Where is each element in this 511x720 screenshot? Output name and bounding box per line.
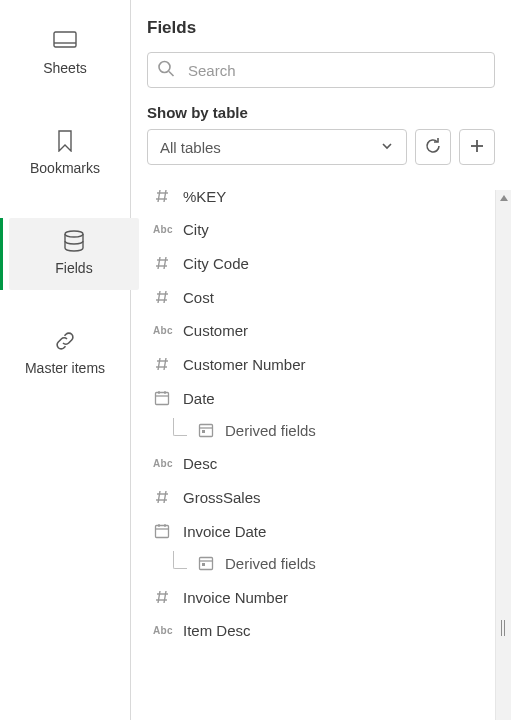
field-row[interactable]: AbcDesc [147,447,495,480]
field-label: Date [183,390,215,407]
nav-bookmarks-label: Bookmarks [30,160,100,176]
svg-line-33 [164,491,166,503]
left-nav: Sheets Bookmarks Fields Master items [0,0,131,720]
numeric-type-icon [153,588,171,606]
svg-marker-45 [500,195,508,201]
link-icon [52,330,78,352]
search-input[interactable] [147,52,495,88]
derived-label: Derived fields [225,555,316,572]
field-label: Invoice Number [183,589,288,606]
field-row[interactable]: AbcCustomer [147,314,495,347]
field-row[interactable]: Cost [147,280,495,314]
field-row[interactable]: Invoice Number [147,580,495,614]
derived-icon [197,421,215,439]
nav-sheets[interactable]: Sheets [0,18,130,90]
field-row[interactable]: Date [147,381,495,415]
svg-rect-23 [156,393,169,405]
numeric-type-icon [153,187,171,205]
field-label: Customer Number [183,356,306,373]
derived-fields-row[interactable]: Derived fields [147,548,495,580]
svg-line-21 [158,358,160,370]
field-label: Cost [183,289,214,306]
nav-bookmarks[interactable]: Bookmarks [0,118,130,190]
date-type-icon [153,389,171,407]
refresh-icon [424,137,442,158]
field-row[interactable]: Invoice Date [147,514,495,548]
svg-line-18 [164,291,166,303]
svg-line-22 [164,358,166,370]
numeric-type-icon [153,488,171,506]
panel-title: Fields [147,18,495,38]
svg-rect-29 [202,430,205,433]
field-list[interactable]: %KEYAbcCityCity CodeCostAbcCustomerCusto… [147,179,511,720]
svg-line-14 [164,257,166,269]
nav-master-items[interactable]: Master items [0,318,130,390]
plus-icon [469,138,485,157]
field-label: Customer [183,322,248,339]
nav-master-items-label: Master items [25,360,105,376]
derived-fields-row[interactable]: Derived fields [147,415,495,447]
text-type-icon: Abc [153,458,171,469]
table-select-value: All tables [160,139,221,156]
panel-resize-handle-icon[interactable] [497,620,509,636]
field-label: GrossSales [183,489,261,506]
search-icon [157,60,175,81]
bookmark-icon [52,130,78,152]
add-button[interactable] [459,129,495,165]
field-row[interactable]: AbcCity [147,213,495,246]
svg-line-17 [158,291,160,303]
scrollbar[interactable] [495,190,511,720]
svg-rect-40 [202,563,205,566]
nav-fields[interactable]: Fields [9,218,139,290]
field-label: Invoice Date [183,523,266,540]
chevron-down-icon [380,139,394,156]
table-select[interactable]: All tables [147,129,407,165]
text-type-icon: Abc [153,224,171,235]
numeric-type-icon [153,254,171,272]
svg-rect-34 [156,526,169,538]
field-label: City [183,221,209,238]
svg-rect-38 [200,558,213,570]
showby-label: Show by table [147,104,495,121]
svg-line-9 [158,190,160,202]
svg-line-44 [164,591,166,603]
refresh-button[interactable] [415,129,451,165]
field-row[interactable]: %KEY [147,179,495,213]
svg-line-13 [158,257,160,269]
svg-line-32 [158,491,160,503]
field-label: Desc [183,455,217,472]
numeric-type-icon [153,288,171,306]
field-row[interactable]: GrossSales [147,480,495,514]
text-type-icon: Abc [153,625,171,636]
nav-fields-label: Fields [55,260,92,276]
field-label: City Code [183,255,249,272]
svg-line-43 [158,591,160,603]
svg-rect-27 [200,425,213,437]
svg-line-10 [164,190,166,202]
database-icon [61,230,87,252]
numeric-type-icon [153,355,171,373]
field-label: %KEY [183,188,226,205]
derived-icon [197,554,215,572]
tree-branch-icon [173,418,187,436]
derived-label: Derived fields [225,422,316,439]
tree-branch-icon [173,551,187,569]
scroll-up-arrow-icon[interactable] [496,190,511,206]
field-label: Item Desc [183,622,251,639]
svg-rect-0 [54,32,76,47]
date-type-icon [153,522,171,540]
svg-line-4 [169,72,174,77]
nav-sheets-label: Sheets [43,60,87,76]
svg-point-3 [159,62,170,73]
sheet-icon [52,30,78,52]
svg-point-2 [65,231,83,237]
field-row[interactable]: Customer Number [147,347,495,381]
text-type-icon: Abc [153,325,171,336]
field-row[interactable]: City Code [147,246,495,280]
fields-panel: Fields Show by table All tables [131,0,511,720]
field-row[interactable]: AbcItem Desc [147,614,495,647]
